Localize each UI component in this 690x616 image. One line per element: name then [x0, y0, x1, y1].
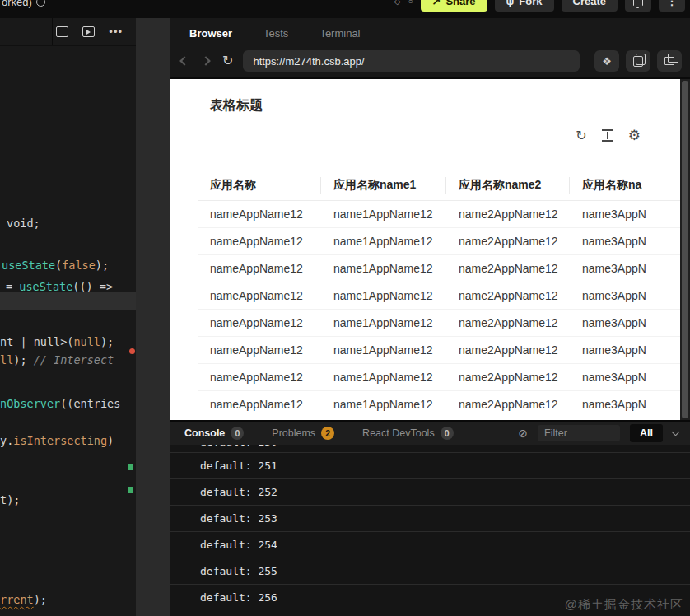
fork-icon: ψ: [506, 0, 515, 7]
table-toolbar: ↻ ⚙: [576, 128, 641, 142]
table-cell: nameAppName12: [198, 282, 321, 309]
table-row[interactable]: nameAppName12name1AppName12name2AppName1…: [198, 254, 680, 282]
chevron-down-icon[interactable]: [672, 428, 680, 436]
tab-react-devtools[interactable]: React DevTools 0: [362, 427, 454, 440]
share-arrow-icon: ↗: [432, 0, 441, 7]
table-cell: nameAppName12: [198, 254, 321, 282]
reload-icon[interactable]: ↻: [576, 129, 586, 142]
table-row[interactable]: nameAppName12name1AppName12name2AppName1…: [198, 200, 680, 227]
density-icon[interactable]: [602, 129, 613, 142]
table-cell: nameAppName12: [198, 200, 321, 227]
project-title: orked): [2, 0, 45, 8]
tab-tests[interactable]: Tests: [263, 27, 288, 40]
copy-pages-icon[interactable]: [626, 50, 650, 72]
page-title: 表格标题: [210, 97, 263, 114]
refresh-icon[interactable]: ↻: [222, 54, 233, 68]
table-cell: nameAppName12: [198, 390, 321, 418]
preview-devtools-panel: Browser Tests Terminal ↻ https://m274th.…: [170, 18, 690, 616]
editor-toolbar: •••: [0, 18, 136, 46]
table-cell: name3AppN: [570, 227, 680, 254]
table-row[interactable]: nameAppName12name1AppName12name2AppName1…: [198, 390, 680, 418]
panel-divider[interactable]: [136, 18, 170, 616]
devtools-tab-bar: Browser Tests Terminal: [170, 18, 690, 48]
table-cell: name3AppN: [570, 309, 680, 336]
code-line: useState(false);: [2, 258, 109, 273]
column-header: 应用名称: [198, 170, 321, 200]
table-cell: name2AppName12: [446, 254, 570, 282]
table-row[interactable]: nameAppName12name1AppName12name2AppName1…: [198, 309, 680, 336]
globe-icon: [36, 0, 45, 7]
tab-browser[interactable]: Browser: [189, 27, 232, 40]
table-row[interactable]: nameAppName12name1AppName12name2AppName1…: [198, 282, 680, 309]
code-line: ll); // Intersect: [0, 352, 114, 367]
clear-console-icon[interactable]: ⊘: [518, 427, 528, 439]
console-count-badge: 0: [231, 427, 244, 440]
diamond-icon: ◇: [394, 0, 401, 6]
table-row[interactable]: nameAppName12name1AppName12name2AppName1…: [198, 363, 680, 390]
table-cell: name2AppName12: [446, 227, 570, 254]
filter-input[interactable]: [538, 425, 620, 441]
table-cell: name3AppN: [570, 363, 680, 390]
table-cell: name3AppN: [570, 390, 680, 418]
modules-icon[interactable]: ❖: [594, 50, 619, 72]
open-preview-icon[interactable]: [82, 26, 95, 37]
editor-more-icon[interactable]: •••: [109, 28, 123, 36]
code-line: nt | null>(null);: [0, 334, 114, 349]
fork-button[interactable]: ψ Fork: [495, 0, 554, 12]
top-bar: orked) ◇ ○ ↗ Share ψ Fork Create ⋮: [0, 0, 690, 18]
log-level-dropdown[interactable]: All: [630, 424, 663, 442]
settings-gear-icon[interactable]: ⚙: [628, 128, 641, 142]
code-line: rrent);: [0, 592, 47, 607]
table-cell: name3AppN: [570, 254, 680, 282]
console-log-row: default: 255: [170, 558, 690, 584]
console-log-row: default: 253: [170, 505, 690, 531]
editor-active-line-highlight: [0, 292, 136, 310]
back-icon[interactable]: [179, 56, 189, 65]
table-row[interactable]: nameAppName12name1AppName12name2AppName1…: [198, 227, 680, 254]
table-cell: name2AppName12: [446, 282, 570, 309]
table-cell: nameAppName12: [198, 363, 321, 390]
table-row[interactable]: nameAppName12name1AppName12name2AppName1…: [198, 336, 680, 363]
tab-terminal[interactable]: Terminal: [319, 27, 360, 40]
table-cell: name1AppName12: [321, 227, 446, 254]
table-cell: name3AppN: [570, 282, 680, 309]
code-line: y.isIntersecting): [0, 433, 114, 448]
console-tab-bar: Console 0 Problems 2 React DevTools 0 ⊘ …: [170, 422, 690, 445]
notifications-button[interactable]: [625, 0, 651, 12]
code-editor-panel: ••• void;useState(false);= useState(() =…: [0, 18, 136, 616]
table-cell: name1AppName12: [321, 390, 446, 418]
project-title-text: orked): [2, 0, 32, 8]
split-view-icon[interactable]: [56, 26, 68, 37]
tab-console[interactable]: Console 0: [184, 427, 244, 440]
code-line: void;: [7, 216, 40, 231]
problems-count-badge: 2: [321, 427, 334, 440]
table-cell: name2AppName12: [446, 200, 570, 227]
column-header: 应用名称name1: [321, 170, 446, 200]
column-header: 应用名称na: [570, 170, 680, 200]
console-log-row: default: 251: [170, 452, 690, 478]
table-cell: name1AppName12: [321, 282, 446, 309]
share-button[interactable]: ↗ Share: [421, 0, 487, 12]
browser-viewport: 表格标题 ↻ ⚙ 应用名称 应用名称name1 应用名称name2 应用名称na: [170, 77, 690, 420]
viewport-scrollbar[interactable]: [680, 79, 690, 420]
windows-icon[interactable]: [657, 50, 682, 72]
code-line: nObserver((entries: [0, 396, 120, 411]
table-cell: name3AppN: [570, 200, 680, 227]
watermark: @稀土掘金技术社区: [565, 597, 683, 613]
create-button[interactable]: Create: [562, 0, 618, 12]
table-cell: name2AppName12: [446, 390, 570, 418]
table-cell: name1AppName12: [321, 309, 446, 336]
console-panel: Console 0 Problems 2 React DevTools 0 ⊘ …: [170, 420, 690, 616]
table-cell: name1AppName12: [321, 200, 446, 227]
console-log-row: default: 254: [170, 531, 690, 558]
url-bar[interactable]: https://m274th.csb.app/: [243, 50, 580, 72]
table-cell: name2AppName12: [446, 309, 570, 336]
forward-icon[interactable]: [201, 56, 210, 65]
git-change-marker-icon: [128, 464, 133, 470]
table-cell: name2AppName12: [446, 363, 570, 390]
more-menu-button[interactable]: ⋮: [659, 0, 685, 12]
scrollbar-thumb[interactable]: [682, 81, 688, 418]
console-log-row-partial: default: 250: [170, 445, 690, 452]
tab-problems[interactable]: Problems 2: [272, 427, 334, 440]
browser-nav-bar: ↻ https://m274th.csb.app/ ❖: [170, 48, 690, 77]
